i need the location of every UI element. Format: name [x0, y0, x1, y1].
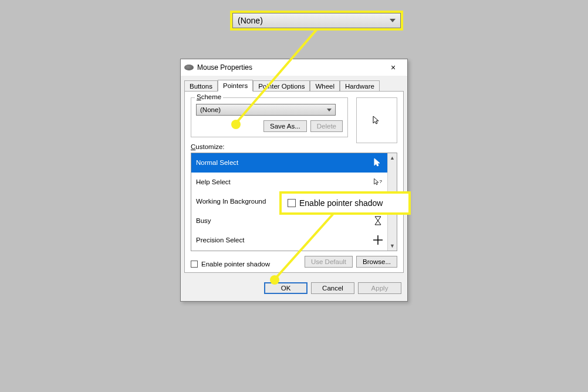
help-cursor-icon: ?: [373, 177, 383, 187]
callout-scheme-dropdown: (None): [230, 11, 403, 31]
tab-wheel[interactable]: Wheel: [310, 80, 340, 92]
delete-button: Delete: [310, 120, 343, 132]
mouse-icon: [184, 65, 194, 70]
callout-dot-enable-shadow: [270, 275, 279, 285]
enable-shadow-checkbox[interactable]: [191, 261, 198, 268]
enable-shadow-label: Enable pointer shadow: [201, 261, 270, 268]
chevron-down-icon: [390, 19, 396, 22]
svg-text:?: ?: [379, 179, 382, 184]
checkbox-icon[interactable]: [288, 199, 296, 207]
apply-button: Apply: [358, 282, 401, 294]
callout-enable-shadow-label: Enable pointer shadow: [299, 198, 383, 208]
dialog-footer: OK Cancel Apply: [181, 276, 407, 301]
chevron-down-icon: [327, 109, 332, 111]
list-item-normal-select[interactable]: Normal Select: [191, 153, 387, 173]
tab-pointers[interactable]: Pointers: [218, 80, 253, 92]
browse-button[interactable]: Browse...: [356, 256, 397, 268]
callout-scheme-dropdown-inner[interactable]: (None): [232, 13, 401, 28]
titlebar: Mouse Properties ×: [181, 59, 407, 76]
use-default-button: Use Default: [305, 256, 353, 268]
callout-scheme-value: (None): [238, 16, 263, 25]
list-item-help-select[interactable]: Help Select ?: [191, 173, 387, 192]
crosshair-icon: [373, 235, 383, 245]
arrow-cursor-icon: [372, 116, 381, 125]
customize-label: Customize:: [191, 143, 397, 150]
ok-button[interactable]: OK: [264, 282, 307, 294]
list-item-label: Working In Background: [196, 198, 266, 205]
close-button[interactable]: ×: [383, 61, 404, 74]
hourglass-icon: [373, 216, 383, 225]
list-item-label: Help Select: [196, 178, 231, 185]
callout-dot-scheme: [231, 120, 241, 129]
save-as-button[interactable]: Save As...: [263, 120, 307, 132]
list-item-precision-select[interactable]: Precision Select: [191, 231, 387, 250]
scheme-group-label: SSchemecheme: [195, 93, 223, 100]
enable-shadow-row: Enable pointer shadow: [191, 261, 270, 268]
dialog-title: Mouse Properties: [197, 63, 383, 72]
scroll-down-button[interactable]: ▼: [388, 241, 397, 251]
list-item-label: Busy: [196, 217, 211, 224]
scheme-group: SSchemecheme (None) Save As... Delete: [191, 97, 348, 137]
list-item-label: Normal Select: [196, 159, 238, 166]
pointers-panel: SSchemecheme (None) Save As... Delete Cu…: [184, 91, 404, 273]
mouse-properties-dialog: Mouse Properties × Buttons Pointers Poin…: [180, 59, 408, 302]
callout-enable-shadow: Enable pointer shadow: [279, 191, 411, 215]
arrow-cursor-icon: [373, 158, 383, 167]
tab-hardware[interactable]: Hardware: [340, 80, 380, 92]
scheme-dropdown[interactable]: (None): [196, 104, 336, 116]
pointer-preview: [356, 97, 397, 143]
tab-pointer-options[interactable]: Pointer Options: [253, 80, 310, 92]
tab-buttons[interactable]: Buttons: [184, 80, 218, 92]
cancel-button[interactable]: Cancel: [311, 282, 354, 294]
scroll-up-button[interactable]: ▲: [388, 153, 397, 163]
scheme-value: (None): [200, 106, 221, 113]
tabs-row: Buttons Pointers Pointer Options Wheel H…: [181, 76, 407, 91]
list-item-label: Precision Select: [196, 236, 244, 244]
